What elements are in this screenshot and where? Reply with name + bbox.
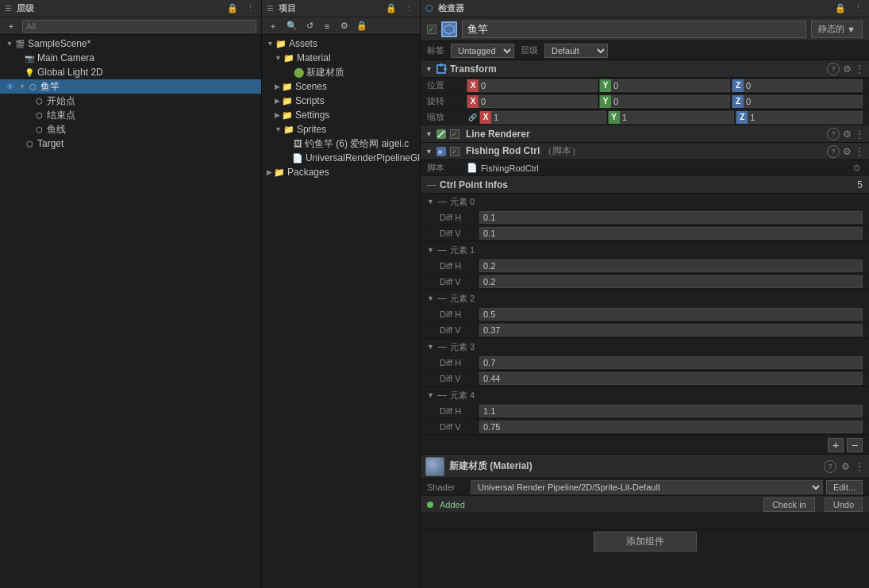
line-renderer-help-btn[interactable]: ? bbox=[827, 128, 840, 140]
element-2-diffh-text: 0.5 bbox=[483, 309, 495, 319]
element-1-diffh-value[interactable]: 0.2 bbox=[479, 259, 863, 272]
hierarchy-lock-btn[interactable]: 🔒 bbox=[226, 2, 239, 15]
project-lock2-btn[interactable]: 🔒 bbox=[354, 19, 370, 33]
scene-label: SampleScene* bbox=[28, 38, 90, 49]
hierarchy-item-main-camera[interactable]: 📷 Main Camera bbox=[0, 51, 261, 65]
fishing-rod-ctrl-icon: # bbox=[436, 146, 447, 157]
project-material-folder[interactable]: ▼ 📁 Material bbox=[262, 51, 420, 65]
scale-y-field[interactable]: Y 1 bbox=[608, 111, 735, 124]
inspector-menu-btn[interactable]: ⋮ bbox=[852, 2, 864, 15]
scenes-arrow: ▶ bbox=[275, 83, 280, 90]
rotation-x-field[interactable]: X 0 bbox=[467, 95, 598, 108]
element-4-diffv-value[interactable]: 0.75 bbox=[479, 421, 863, 433]
hierarchy-item-fish-line[interactable]: ⬡ 鱼线 bbox=[0, 122, 261, 136]
element-0-diffv-value[interactable]: 0.1 bbox=[479, 227, 863, 240]
scale-x-field[interactable]: X 1 bbox=[479, 111, 606, 124]
element-0-header[interactable]: ▼ — 元素 0 bbox=[421, 194, 869, 209]
hierarchy-item-start-point[interactable]: ⬡ 开始点 bbox=[0, 94, 261, 108]
element-3-header[interactable]: ▼ — 元素 3 bbox=[421, 339, 869, 355]
fishing-rod-arrow: ▼ bbox=[17, 82, 27, 91]
line-renderer-header[interactable]: ▼ ✓ Line Renderer ? ⚙ ⋮ bbox=[421, 125, 869, 143]
element-3-diffh-value[interactable]: 0.7 bbox=[479, 356, 863, 369]
start-point-icon: ⬡ bbox=[33, 95, 44, 106]
add-component-btn[interactable]: 添加组件 bbox=[594, 532, 697, 551]
line-renderer-menu-icon[interactable]: ⋮ bbox=[855, 129, 864, 140]
hierarchy-item-global-light[interactable]: 💡 Global Light 2D bbox=[0, 65, 261, 79]
object-name-input[interactable] bbox=[462, 21, 806, 38]
element-4-diffv-text: 0.75 bbox=[483, 422, 500, 432]
hierarchy-search[interactable] bbox=[22, 20, 256, 33]
hierarchy-item-target[interactable]: ⬡ Target bbox=[0, 136, 261, 151]
static-btn[interactable]: 静态的 ▼ bbox=[811, 21, 863, 38]
project-packages-root[interactable]: ▶ 📁 Packages bbox=[262, 165, 420, 179]
element-0-diffh-value[interactable]: 0.1 bbox=[479, 211, 863, 224]
project-scenes-folder[interactable]: ▶ 📁 Scenes bbox=[262, 79, 420, 94]
status-row: Added Check in Undo bbox=[421, 496, 869, 513]
element-2-header[interactable]: ▼ — 元素 2 bbox=[421, 290, 869, 306]
project-settings-folder[interactable]: ▶ 📁 Settings bbox=[262, 108, 420, 122]
scale-z-field[interactable]: Z 1 bbox=[736, 111, 863, 124]
hierarchy-menu-btn[interactable]: ⋮ bbox=[244, 2, 256, 15]
element-4-diffh-value[interactable]: 1.1 bbox=[479, 405, 863, 417]
element-3-diffh-label: Diff H bbox=[440, 358, 479, 367]
project-new-material[interactable]: ⬤ 新建材质 bbox=[262, 65, 420, 79]
script-goto-icon[interactable]: ⊙ bbox=[850, 162, 863, 175]
active-checkbox[interactable]: ✓ bbox=[427, 25, 436, 34]
material-help-btn[interactable]: ? bbox=[824, 460, 836, 473]
material-header[interactable]: 新建材质 (Material) ? ⚙ ⋮ bbox=[421, 455, 869, 478]
hierarchy-add-btn[interactable]: + bbox=[3, 19, 19, 33]
rotation-y-field[interactable]: Y 0 bbox=[599, 95, 730, 108]
remove-element-btn[interactable]: − bbox=[847, 438, 863, 452]
project-menu-btn[interactable]: ⋮ bbox=[402, 2, 415, 15]
layer-select[interactable]: Default bbox=[544, 44, 608, 58]
element-0-diffv-text: 0.1 bbox=[483, 229, 495, 238]
fishing-rod-settings-icon[interactable]: ⚙ bbox=[843, 146, 852, 157]
hierarchy-scene-root[interactable]: ▼ 🎬 SampleScene* bbox=[0, 37, 261, 51]
transform-menu-icon[interactable]: ⋮ bbox=[855, 63, 864, 75]
project-urp-item[interactable]: 📄 UniversalRenderPipelineGl bbox=[262, 151, 420, 165]
material-menu-icon[interactable]: ⋮ bbox=[855, 461, 864, 472]
hierarchy-item-fishing-rod[interactable]: 👁 ▼ ⬡ 鱼竿 bbox=[0, 79, 261, 94]
transform-header[interactable]: ▼ Transform ? ⚙ ⋮ bbox=[421, 60, 869, 78]
material-item-icon: ⬤ bbox=[294, 67, 304, 78]
transform-help-btn[interactable]: ? bbox=[827, 63, 840, 75]
fishing-rod-ctrl-checkbox[interactable]: ✓ bbox=[450, 147, 459, 156]
project-refresh-btn[interactable]: ↺ bbox=[302, 19, 317, 33]
material-settings-icon[interactable]: ⚙ bbox=[841, 461, 850, 472]
position-y-field[interactable]: Y 0 bbox=[599, 79, 730, 92]
undo-btn[interactable]: Undo bbox=[825, 498, 863, 512]
project-assets-root[interactable]: ▼ 📁 Assets bbox=[262, 37, 420, 51]
element-2-diffh-value[interactable]: 0.5 bbox=[479, 308, 863, 321]
inspector-lock-btn[interactable]: 🔒 bbox=[834, 2, 847, 15]
rotation-z-field[interactable]: Z 0 bbox=[732, 95, 863, 108]
scale-lock-icon[interactable]: 🔗 bbox=[467, 111, 478, 124]
add-element-btn[interactable]: + bbox=[828, 438, 844, 452]
position-x-field[interactable]: X 0 bbox=[467, 79, 598, 92]
fishing-rod-help-btn[interactable]: ? bbox=[827, 145, 840, 158]
project-view-btn[interactable]: ≡ bbox=[319, 19, 335, 33]
tag-select[interactable]: Untagged bbox=[451, 44, 514, 58]
project-scripts-folder[interactable]: ▶ 📁 Scripts bbox=[262, 94, 420, 108]
element-3-diffv-value[interactable]: 0.44 bbox=[479, 372, 863, 385]
element-2-diffv-value[interactable]: 0.37 bbox=[479, 324, 863, 336]
project-sprite-item[interactable]: 🖼 钓鱼竿 (6) 爱给网 aigei.c bbox=[262, 136, 420, 151]
element-4-header[interactable]: ▼ — 元素 4 bbox=[421, 387, 869, 403]
sprite-label: 钓鱼竿 (6) 爱给网 aigei.c bbox=[305, 137, 409, 151]
shader-select[interactable]: Universal Render Pipeline/2D/Sprite-Lit-… bbox=[471, 480, 823, 494]
hierarchy-item-end-point[interactable]: ⬡ 结束点 bbox=[0, 108, 261, 122]
transform-settings-icon[interactable]: ⚙ bbox=[843, 63, 852, 75]
project-add-btn[interactable]: + bbox=[265, 19, 281, 33]
project-lock-btn[interactable]: 🔒 bbox=[385, 2, 398, 15]
fishing-rod-ctrl-header[interactable]: ▼ # ✓ Fishing Rod Ctrl （脚本） ? ⚙ ⋮ bbox=[421, 143, 869, 160]
edit-shader-btn[interactable]: Edit... bbox=[826, 480, 863, 494]
check-in-btn[interactable]: Check in bbox=[763, 498, 815, 512]
project-sprites-folder[interactable]: ▼ 📁 Sprites bbox=[262, 122, 420, 136]
project-search-btn[interactable]: 🔍 bbox=[284, 19, 300, 33]
fishing-rod-menu-icon[interactable]: ⋮ bbox=[855, 146, 864, 157]
element-1-header[interactable]: ▼ — 元素 1 bbox=[421, 242, 869, 258]
line-renderer-settings-icon[interactable]: ⚙ bbox=[843, 129, 852, 140]
element-1-diffv-value[interactable]: 0.2 bbox=[479, 275, 863, 288]
position-z-field[interactable]: Z 0 bbox=[732, 79, 863, 92]
line-renderer-checkbox[interactable]: ✓ bbox=[450, 129, 459, 139]
project-settings-btn[interactable]: ⚙ bbox=[336, 19, 352, 33]
